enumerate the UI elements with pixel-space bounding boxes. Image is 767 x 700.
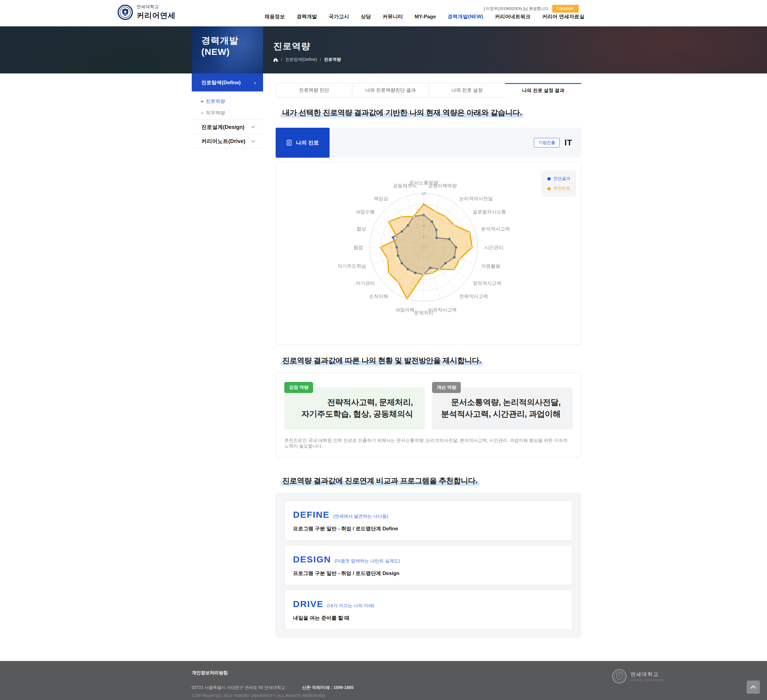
career-type-button[interactable]: 기업진출: [534, 138, 560, 147]
nav-item-counsel[interactable]: 상담: [361, 13, 371, 20]
breadcrumb-separator: /: [320, 57, 321, 62]
sidebar-item-job-competency[interactable]: 직무역량: [192, 107, 263, 119]
sidebar-group-drive[interactable]: 커리어노트(Drive): [192, 134, 263, 148]
breadcrumb-current: 진로역량: [324, 57, 341, 62]
footer: 개인정보처리방침 03722 서울특별시 서대문구 연세로 50 연세대학교 신…: [0, 661, 767, 700]
page: 연세대학교 커리어연세 [ 이정무(2019452003) ]님 환영합니다 L…: [0, 0, 767, 700]
yonsei-emblem-icon: [612, 669, 627, 684]
svg-text:과업이해: 과업이해: [396, 307, 415, 313]
legend-item-recommended[interactable]: 추천진로: [547, 186, 570, 191]
nav-item-career-dev-new[interactable]: 경력개발(NEW): [448, 13, 483, 20]
privacy-policy-link[interactable]: 개인정보처리방침: [192, 670, 228, 676]
breadcrumb-separator: /: [281, 57, 282, 62]
document-icon: [286, 139, 293, 146]
sidebar-item-label: 진로역량: [206, 98, 225, 105]
tab-diagnosis-result[interactable]: 나의 진로역량진단 결과: [352, 83, 429, 97]
svg-text:6: 6: [422, 213, 425, 217]
site-logo-text: 연세대학교 커리어연세: [137, 4, 175, 21]
svg-text:자기주도학습: 자기주도학습: [337, 263, 366, 269]
program-desc: 내일을 여는 준비를 할 때: [293, 615, 564, 622]
svg-text:자기관리: 자기관리: [356, 281, 375, 286]
page-title: 진로역량: [273, 40, 310, 53]
nav-item-mypage[interactable]: MY-Page: [415, 14, 436, 20]
tab-diagnosis[interactable]: 진로역량 진단: [275, 83, 352, 97]
sidebar-title-line1: 경력개발: [201, 35, 263, 46]
svg-text:협업: 협업: [353, 245, 363, 250]
strength-panel: 강점 역량 전략적사고력, 문제처리, 자기주도학습, 협상, 공동체의식: [284, 387, 425, 429]
svg-text:4: 4: [422, 224, 425, 228]
radar-chart: 246810문서소통역량경청이해역량논리적의사전달글로벌의사소통분석적사고력시간…: [276, 162, 582, 345]
tab-bar: 진로역량 진단 나의 진로역량진단 결과 나의 진로 설정 나의 진로 설정 결…: [275, 83, 581, 97]
sidebar-section-define[interactable]: 진로탐색(Define) ›: [192, 73, 263, 91]
footer-phone: 신촌·국제/미래 : 1599-1885: [302, 685, 353, 690]
logout-button[interactable]: LOGOUT: [552, 5, 579, 13]
section-heading-current: 내가 선택한 진로역량 결과값에 기반한 나의 현재 역량은 아래와 같습니다.: [282, 108, 581, 118]
nav-item-jobs[interactable]: 채용정보: [264, 13, 285, 20]
my-career-label-box: 나의 진로: [275, 128, 329, 158]
heading-text: 진로역량 결과값에 따른 나의 현황 및 발전방안을 제시합니다.: [282, 356, 481, 365]
heading-text: 진로역량 결과값에 진로연계 비교과 프로그램을 추천합니다.: [282, 476, 477, 485]
legend-dot-icon: [547, 187, 551, 190]
svg-text:전략적사고력: 전략적사고력: [459, 294, 488, 299]
bullet-icon: [201, 112, 203, 114]
my-career-panel: 나의 진로 기업진출 IT: [275, 128, 581, 158]
nav-item-career-network[interactable]: 커리어네트워크: [495, 13, 531, 20]
svg-text:문제처리: 문제처리: [414, 310, 433, 316]
sidebar-group-design[interactable]: 진로설계(Design): [192, 120, 263, 134]
home-icon[interactable]: [273, 57, 278, 62]
tab-career-setting-result[interactable]: 나의 진로 설정 결과: [505, 83, 581, 97]
program-title: DRIVE: [293, 599, 323, 609]
status-card: 강점 역량 전략적사고력, 문제처리, 자기주도학습, 협상, 공동체의식 개선…: [275, 373, 581, 457]
yonsei-emblem-icon: [118, 5, 133, 20]
heading-text: 내가 선택한 진로역량 결과값에 기반한 나의 현재 역량은 아래와 같습니다.: [282, 108, 522, 116]
tab-career-setting[interactable]: 나의 진로 설정: [429, 83, 506, 97]
legend-item-diagnosis[interactable]: 진단결과: [547, 176, 570, 181]
program-desc: 프로그램 구분 일반 - 취업 / 로드맵단계 Define: [293, 525, 564, 532]
svg-text:시간관리: 시간관리: [484, 245, 503, 250]
welcome-text: [ 이정무(2019452003) ]님 환영합니다: [484, 6, 549, 11]
svg-text:경청이해역량: 경청이해역량: [428, 183, 457, 188]
improve-text: 문서소통역량, 논리적의사전달, 분석적사고력, 시간관리, 과업이해: [441, 397, 560, 420]
program-desc: 프로그램 구분 일반 - 취업 / 로드맵단계 Design: [293, 570, 564, 577]
sidebar-title: 경력개발 (NEW): [192, 26, 263, 73]
sidebar-menu: 진로역량 직무역량: [192, 91, 263, 120]
program-subtitle: (마음껏 탐색하는 나만의 설계도): [335, 558, 400, 564]
chevron-down-icon: [251, 140, 255, 143]
breadcrumb-define[interactable]: 진로탐색(Define): [285, 57, 317, 62]
sidebar-item-label: 직무역량: [206, 110, 225, 116]
svg-text:8: 8: [422, 202, 425, 207]
svg-text:논리적의사전달: 논리적의사전달: [459, 196, 493, 201]
program-card-drive[interactable]: DRIVE (내가 이끄는 나의 미래) 내일을 여는 준비를 할 때: [284, 590, 573, 630]
nav-item-career-dev[interactable]: 경력개발: [297, 13, 317, 20]
main-content: 진로역량 진단 나의 진로역량진단 결과 나의 진로 설정 나의 진로 설정 결…: [275, 83, 581, 637]
svg-text:과업수행: 과업수행: [356, 209, 375, 214]
svg-text:창의적사고력: 창의적사고력: [473, 281, 501, 286]
program-title: DEFINE: [293, 510, 329, 520]
site-logo[interactable]: 연세대학교 커리어연세: [118, 4, 175, 21]
legend-label: 추천진로: [554, 186, 570, 191]
program-subtitle: (연세에서 발견하는 나다움): [333, 513, 388, 519]
program-title: DESIGN: [293, 554, 331, 564]
program-card-define[interactable]: DEFINE (연세에서 발견하는 나다움) 프로그램 구분 일반 - 취업 /…: [284, 500, 573, 541]
section-heading-programs: 진로역량 결과값에 진로연계 비교과 프로그램을 추천합니다.: [282, 476, 581, 486]
nav-item-career-archive[interactable]: 커리어 연세자료실: [542, 13, 584, 20]
chart-legend: 진단결과 추천진로: [541, 171, 576, 197]
breadcrumb: / 진로탐색(Define) / 진로역량: [273, 57, 341, 62]
nav-item-community[interactable]: 커뮤니티: [383, 13, 403, 20]
section-heading-status: 진로역량 결과값에 따른 나의 현황 및 발전방안을 제시합니다.: [282, 356, 581, 365]
sidebar-group-label: 커리어노트(Drive): [201, 137, 245, 145]
svg-text:자원활용: 자원활용: [481, 263, 500, 269]
svg-text:조직이해: 조직이해: [369, 294, 388, 299]
scroll-top-button[interactable]: [746, 681, 760, 694]
chevron-down-icon: [251, 126, 255, 128]
program-card-design[interactable]: DESIGN (마음껏 탐색하는 나만의 설계도) 프로그램 구분 일반 - 취…: [284, 545, 573, 585]
header: 연세대학교 커리어연세 [ 이정무(2019452003) ]님 환영합니다 L…: [0, 0, 767, 26]
strength-text: 전략적사고력, 문제처리, 자기주도학습, 협상, 공동체의식: [301, 397, 413, 420]
status-panels: 강점 역량 전략적사고력, 문제처리, 자기주도학습, 협상, 공동체의식 개선…: [284, 387, 573, 429]
status-note: 추천진로인 국내 대학원 진학 진로로 진출하기 위해서는 문서소통역량, 논리…: [284, 438, 573, 449]
programs-card: DEFINE (연세에서 발견하는 나다움) 프로그램 구분 일반 - 취업 /…: [275, 493, 581, 637]
logo-university: 연세대학교: [137, 4, 175, 10]
nav-item-state-exam[interactable]: 국가고시: [329, 13, 349, 20]
footer-copyright: COPYRIGHT(C) 2023 YONSEI UNIVERSITY. ALL…: [192, 694, 325, 698]
sidebar-item-career-competency[interactable]: 진로역량: [192, 96, 263, 107]
